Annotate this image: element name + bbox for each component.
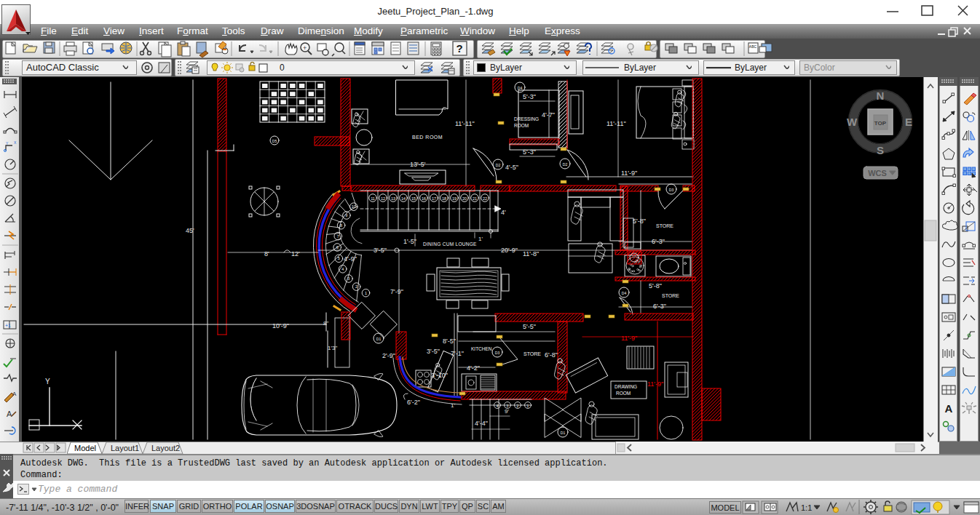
svg-text:5'-5": 5'-5" (523, 323, 536, 330)
svg-text:ROOM: ROOM (514, 123, 529, 128)
svg-text:D3: D3 (669, 188, 674, 192)
svg-text:1'3": 1'3" (328, 345, 337, 351)
svg-text:2'-9": 2'-9" (382, 352, 395, 359)
svg-text:14: 14 (401, 196, 406, 201)
svg-text:6: 6 (336, 245, 339, 249)
svg-text:6'-8": 6'-8" (545, 351, 558, 359)
svg-text:ROOM: ROOM (616, 391, 631, 396)
svg-text:5'-3": 5'-3" (523, 93, 536, 100)
svg-text:19: 19 (452, 196, 457, 201)
svg-text:7: 7 (337, 234, 339, 239)
svg-text:5'-8": 5'-8" (649, 282, 662, 290)
svg-text:KITCHEN: KITCHEN (471, 346, 492, 351)
svg-text:15: 15 (411, 196, 416, 201)
svg-text:16: 16 (422, 196, 426, 201)
svg-text:11'-9": 11'-9" (621, 335, 637, 342)
svg-text:D4: D4 (622, 291, 627, 295)
svg-text:A: A (12, 391, 17, 397)
svg-text:17: 17 (432, 196, 436, 201)
svg-text:Y: Y (45, 378, 50, 386)
svg-text:3'-5": 3'-5" (427, 348, 440, 355)
svg-text:22: 22 (483, 196, 487, 201)
svg-text:11'-8": 11'-8" (523, 250, 539, 258)
svg-text:6'-3": 6'-3" (653, 303, 666, 310)
svg-text:6'-2": 6'-2" (407, 399, 420, 406)
svg-text:Layout1: Layout1 (111, 444, 139, 452)
svg-text:1'-5": 1'-5" (403, 238, 416, 245)
svg-text:6'-3": 6'-3" (652, 238, 665, 245)
svg-text:ABC: ABC (749, 44, 757, 49)
svg-text:5'-3": 5'-3" (523, 148, 536, 156)
svg-text:9': 9' (505, 408, 509, 415)
svg-text:2: 2 (517, 404, 519, 408)
svg-text:5'-8": 5'-8" (633, 217, 646, 225)
svg-text:12: 12 (381, 196, 385, 201)
svg-text:X: X (14, 140, 17, 145)
svg-text:1': 1' (451, 402, 455, 409)
svg-text:11'-11": 11'-11" (455, 120, 475, 127)
svg-text:?: ? (456, 42, 462, 55)
svg-text:12': 12' (291, 250, 300, 258)
svg-text:S: S (877, 144, 884, 156)
svg-text:13'-5': 13'-5' (410, 161, 426, 168)
svg-text:4'-4": 4'-4" (475, 420, 488, 427)
svg-text:20'-9": 20'-9" (501, 247, 518, 254)
svg-text:4'-9": 4'-9" (344, 255, 357, 263)
svg-text:3: 3 (347, 276, 349, 281)
svg-text:DRESSING: DRESSING (514, 116, 539, 121)
svg-text:1: 1 (365, 291, 367, 295)
svg-text:A: A (7, 410, 12, 418)
svg-text:4': 4' (501, 209, 506, 216)
svg-text:Model: Model (74, 444, 96, 452)
svg-text:DINING CUM LOUNGE: DINING CUM LOUNGE (423, 241, 477, 247)
svg-text:8'-5": 8'-5" (443, 338, 456, 345)
svg-text:+: + (303, 44, 307, 52)
svg-text:4: 4 (497, 404, 499, 408)
svg-text:7'-9": 7'-9" (390, 288, 403, 295)
svg-text:9: 9 (345, 213, 347, 217)
svg-text:45': 45' (186, 227, 194, 234)
svg-text:WCS: WCS (868, 169, 887, 177)
svg-text:8': 8' (264, 250, 269, 258)
svg-text:20: 20 (462, 196, 467, 201)
svg-text:10'-9": 10'-9" (272, 322, 289, 330)
svg-text:D1: D1 (376, 337, 382, 341)
svg-text:STORE: STORE (662, 293, 679, 298)
svg-text:11'-9": 11'-9" (647, 380, 663, 388)
svg-text:STORE: STORE (656, 223, 673, 228)
svg-text:11'-11": 11'-11" (606, 120, 626, 127)
svg-text:TOP: TOP (874, 120, 887, 127)
svg-text:N: N (877, 89, 885, 102)
svg-text:10: 10 (352, 204, 356, 209)
svg-text:BED ROOM: BED ROOM (412, 135, 443, 140)
svg-text:3'-5": 3'-5" (374, 247, 387, 254)
svg-text:11: 11 (371, 196, 375, 201)
svg-text:E: E (905, 116, 912, 128)
svg-text:11'-9": 11'-9" (621, 169, 637, 177)
svg-text:D2: D2 (563, 162, 568, 167)
svg-text:2: 2 (355, 284, 357, 289)
svg-text:D2: D2 (496, 163, 501, 167)
svg-text:5: 5 (338, 256, 340, 260)
svg-text:1: 1 (527, 404, 529, 408)
svg-text:Layout2: Layout2 (151, 444, 180, 452)
svg-text:1': 1' (478, 236, 483, 242)
svg-text:+1: +1 (5, 323, 11, 328)
svg-text:4'-2": 4'-2" (467, 364, 480, 372)
svg-text:A: A (945, 402, 953, 415)
svg-text:D5: D5 (272, 139, 277, 143)
svg-text:7'-1": 7'-1" (451, 350, 464, 357)
svg-text:8": 8" (323, 320, 328, 327)
svg-text:STORE: STORE (523, 351, 541, 356)
svg-text:DRAWING: DRAWING (615, 384, 637, 389)
svg-text:D3: D3 (495, 351, 500, 355)
svg-text:Y: Y (6, 141, 9, 145)
svg-text:4'-5": 4'-5" (505, 164, 518, 171)
svg-text:13: 13 (391, 196, 395, 201)
svg-text:D1: D1 (561, 431, 566, 435)
svg-text:D4: D4 (518, 86, 523, 90)
svg-text:1:1: 1:1 (801, 503, 812, 512)
svg-text:4: 4 (341, 267, 344, 271)
svg-text:W: W (847, 116, 858, 128)
svg-text:8: 8 (340, 223, 342, 228)
